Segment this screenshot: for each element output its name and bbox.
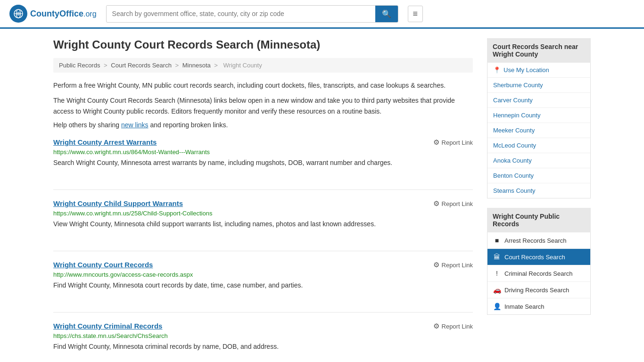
record-header: Wright County Arrest Warrants ⚙ Report L… — [53, 138, 473, 147]
nearby-county-item: McLeod County — [487, 138, 590, 153]
divider — [53, 251, 473, 251]
public-record-label: Arrest Records Search — [504, 237, 567, 244]
record-url[interactable]: http://www.mncourts.gov/access-case-reco… — [53, 271, 473, 278]
nearby-county-link[interactable]: Anoka County — [487, 153, 590, 168]
nearby-county-item: Stearns County — [487, 183, 590, 198]
breadcrumb-minnesota[interactable]: Minnesota — [182, 62, 211, 69]
hamburger-menu-button[interactable]: ≡ — [408, 6, 423, 22]
public-records-header: Wright County Public Records — [487, 208, 591, 232]
nearby-county-link[interactable]: Benton County — [487, 168, 590, 183]
location-pin-icon: 📍 — [493, 66, 501, 74]
site-header: CountyOffice.org 🔍 ≡ — [0, 0, 644, 29]
nearby-county-link[interactable]: Sherburne County — [487, 78, 590, 92]
report-icon: ⚙ — [433, 199, 439, 208]
nearby-county-link[interactable]: Hennepin County — [487, 108, 590, 123]
public-records-list: ■Arrest Records Search🏛Court Records Sea… — [487, 232, 591, 315]
public-record-label: Inmate Search — [504, 303, 545, 310]
record-header: Wright County Court Records ⚙ Report Lin… — [53, 261, 473, 269]
divider — [53, 312, 473, 313]
nearby-header: Court Records Search near Wright County — [487, 38, 591, 63]
breadcrumb-wright-county: Wright County — [223, 62, 262, 69]
record-title[interactable]: Wright County Arrest Warrants — [53, 138, 157, 146]
record-item: Wright County Arrest Warrants ⚙ Report L… — [53, 138, 473, 177]
nearby-county-item: Carver County — [487, 93, 590, 108]
use-location-link[interactable]: 📍 Use My Location — [487, 63, 591, 78]
breadcrumb-sep-2: > — [175, 62, 181, 69]
record-description: Search Wright County, Minnesota arrest w… — [53, 158, 473, 168]
search-bar: 🔍 — [106, 5, 398, 23]
intro-text-2: The Wright County Court Records Search (… — [53, 95, 473, 116]
public-records-section: Wright County Public Records ■Arrest Rec… — [487, 208, 591, 315]
nearby-county-link[interactable]: Meeker County — [487, 123, 590, 138]
public-record-link[interactable]: !Criminal Records Search — [487, 265, 590, 281]
records-container: Wright County Arrest Warrants ⚙ Report L… — [53, 138, 473, 362]
search-button[interactable]: 🔍 — [375, 6, 398, 22]
public-record-icon: 🚗 — [493, 286, 501, 294]
breadcrumb-public-records[interactable]: Public Records — [59, 62, 100, 69]
public-record-item: 👤Inmate Search — [487, 298, 590, 314]
divider — [53, 189, 473, 190]
nearby-section: Court Records Search near Wright County … — [487, 38, 591, 198]
site-logo[interactable]: CountyOffice.org — [9, 5, 97, 23]
content-area: Wright County Court Records Search (Minn… — [53, 38, 473, 362]
public-record-item: ■Arrest Records Search — [487, 232, 590, 249]
record-description: Find Wright County, Minnesota criminal r… — [53, 342, 473, 352]
record-title[interactable]: Wright County Child Support Warrants — [53, 199, 183, 207]
public-record-link[interactable]: 🚗Driving Records Search — [487, 282, 590, 298]
record-header: Wright County Child Support Warrants ⚙ R… — [53, 199, 473, 208]
record-description: View Wright County, Minnesota child supp… — [53, 219, 473, 229]
report-link-1[interactable]: ⚙ Report Link — [433, 199, 473, 208]
public-record-item: 🏛Court Records Search — [487, 249, 590, 265]
nearby-county-link[interactable]: McLeod County — [487, 138, 590, 153]
nearby-county-item: Benton County — [487, 168, 590, 183]
public-record-icon: ■ — [493, 237, 501, 244]
public-record-icon: 👤 — [493, 303, 501, 310]
public-record-icon: ! — [493, 270, 501, 277]
public-record-link[interactable]: 🏛Court Records Search — [487, 249, 590, 265]
page-title: Wright County Court Records Search (Minn… — [53, 38, 473, 51]
logo-icon — [9, 5, 27, 23]
report-link-2[interactable]: ⚙ Report Link — [433, 261, 473, 269]
new-links-link[interactable]: new links — [121, 121, 149, 129]
nearby-county-item: Meeker County — [487, 123, 590, 138]
search-input[interactable] — [107, 6, 375, 21]
record-url[interactable]: https://www.co.wright.mn.us/864/Most-Wan… — [53, 148, 473, 156]
report-icon: ⚙ — [433, 322, 439, 330]
nearby-list: Sherburne CountyCarver CountyHennepin Co… — [487, 78, 591, 198]
nearby-county-item: Sherburne County — [487, 78, 590, 93]
breadcrumb: Public Records > Court Records Search > … — [53, 58, 473, 73]
record-item: Wright County Court Records ⚙ Report Lin… — [53, 261, 473, 300]
public-record-label: Driving Records Search — [504, 287, 569, 294]
report-icon: ⚙ — [433, 138, 439, 147]
public-record-label: Court Records Search — [504, 254, 565, 261]
logo-name: CountyOffice.org — [30, 9, 97, 19]
search-icon: 🔍 — [382, 10, 391, 18]
report-link-3[interactable]: ⚙ Report Link — [433, 322, 473, 330]
record-title[interactable]: Wright County Court Records — [53, 261, 153, 269]
report-icon: ⚙ — [433, 261, 439, 269]
nearby-county-link[interactable]: Carver County — [487, 93, 590, 107]
use-location-label: Use My Location — [504, 66, 549, 74]
report-link-0[interactable]: ⚙ Report Link — [433, 138, 473, 147]
intro-text-1: Perform a free Wright County, MN public … — [53, 80, 473, 90]
record-item: Wright County Child Support Warrants ⚙ R… — [53, 199, 473, 239]
record-description: Find Wright County, Minnesota court reco… — [53, 280, 473, 290]
breadcrumb-court-records-search[interactable]: Court Records Search — [111, 62, 172, 69]
breadcrumb-sep-3: > — [214, 62, 219, 69]
public-record-label: Criminal Records Search — [504, 270, 573, 277]
public-record-link[interactable]: ■Arrest Records Search — [487, 232, 590, 248]
record-item: Wright County Criminal Records ⚙ Report … — [53, 322, 473, 361]
nearby-county-link[interactable]: Stearns County — [487, 183, 590, 198]
public-record-item: !Criminal Records Search — [487, 265, 590, 282]
public-record-item: 🚗Driving Records Search — [487, 282, 590, 298]
public-record-link[interactable]: 👤Inmate Search — [487, 298, 590, 314]
sidebar: Court Records Search near Wright County … — [487, 38, 591, 362]
record-url[interactable]: https://chs.state.mn.us/Search/ChsSearch — [53, 332, 473, 339]
nearby-county-item: Hennepin County — [487, 108, 590, 123]
record-url[interactable]: https://www.co.wright.mn.us/258/Child-Su… — [53, 210, 473, 217]
record-title[interactable]: Wright County Criminal Records — [53, 322, 162, 330]
nearby-county-item: Anoka County — [487, 153, 590, 168]
record-header: Wright County Criminal Records ⚙ Report … — [53, 322, 473, 330]
main-container: Wright County Court Records Search (Minn… — [44, 29, 600, 362]
public-record-icon: 🏛 — [493, 253, 501, 261]
